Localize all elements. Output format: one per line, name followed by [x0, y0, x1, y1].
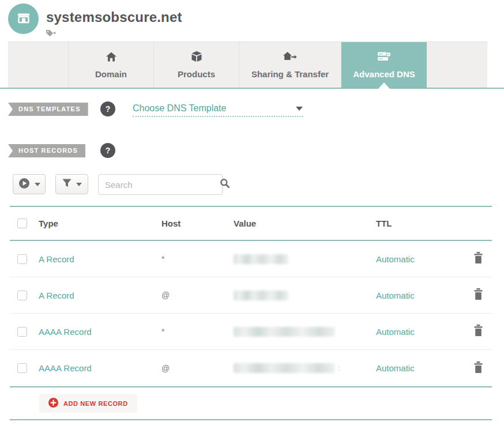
record-host[interactable]: * [161, 327, 234, 336]
tabbar-underline [0, 88, 504, 89]
page: systemsobscure.net Domain [0, 0, 504, 437]
record-value-redacted[interactable] [234, 327, 335, 337]
record-host[interactable]: @ [161, 364, 234, 373]
tab-advanced-dns[interactable]: Advanced DNS [341, 42, 427, 88]
tab-label: Sharing & Transfer [251, 69, 329, 79]
record-host[interactable]: @ [161, 291, 234, 300]
column-header-type: Type [39, 218, 161, 228]
page-title: systemsobscure.net [46, 9, 182, 25]
record-type[interactable]: A Record [39, 291, 161, 300]
record-host[interactable]: * [161, 254, 234, 263]
tab-products[interactable]: Products [154, 42, 239, 88]
table-row: A Record * Automatic [10, 241, 492, 277]
search-input[interactable] [105, 180, 220, 190]
tabbar-spacer-right [427, 42, 487, 88]
delete-record-button[interactable] [465, 252, 492, 266]
dns-templates-help-icon[interactable]: ? [100, 101, 115, 116]
column-header-ttl: TTL [376, 218, 465, 228]
tab-domain[interactable]: Domain [69, 42, 154, 88]
table-row: AAAA Record @ : Automatic [10, 350, 492, 386]
box-icon [191, 51, 202, 64]
trash-icon [473, 288, 483, 302]
record-type[interactable]: AAAA Record [39, 327, 161, 337]
record-type[interactable]: A Record [39, 254, 161, 264]
record-value-redacted[interactable] [234, 291, 288, 300]
record-value-redacted[interactable] [234, 363, 335, 373]
table-footer: ADD NEW RECORD [10, 386, 492, 420]
row-checkbox[interactable] [17, 254, 27, 264]
tabbar: Domain Products Sharing & Transfer [8, 42, 487, 88]
dns-template-select-value: Choose DNS Template [133, 103, 226, 114]
avatar [8, 3, 39, 34]
delete-record-button[interactable] [465, 288, 492, 302]
filter-funnel-icon [62, 179, 72, 190]
tabbar-spacer-left [8, 42, 69, 88]
record-type[interactable]: AAAA Record [39, 363, 161, 373]
delete-record-button[interactable] [465, 361, 492, 375]
actions-dropdown-button[interactable] [13, 174, 46, 194]
dns-template-select[interactable]: Choose DNS Template [133, 101, 303, 117]
row-checkbox[interactable] [17, 363, 27, 373]
search-icon[interactable] [220, 178, 230, 191]
house-transfer-icon [283, 51, 298, 64]
record-ttl[interactable]: Automatic [376, 254, 465, 264]
filter-dropdown-button[interactable] [55, 174, 88, 194]
record-ttl[interactable]: Automatic [376, 327, 465, 337]
host-records-ribbon: HOST RECORDS [8, 144, 85, 157]
host-records-table: Type Host Value TTL A Record * Automatic [10, 206, 492, 420]
tab-label: Advanced DNS [353, 69, 415, 79]
dns-templates-ribbon: DNS TEMPLATES [8, 103, 88, 116]
table-row: AAAA Record * Automatic [10, 314, 492, 350]
host-records-help-icon[interactable]: ? [100, 143, 115, 158]
column-header-host: Host [161, 218, 234, 228]
home-icon [106, 51, 117, 64]
chevron-down-icon [296, 107, 303, 111]
add-tag-icon[interactable] [46, 29, 56, 40]
row-checkbox[interactable] [17, 327, 27, 337]
dns-server-icon [377, 51, 392, 64]
search-box [98, 174, 223, 195]
add-new-record-button[interactable]: ADD NEW RECORD [39, 394, 137, 413]
trash-icon [473, 361, 483, 375]
tab-sharing-transfer[interactable]: Sharing & Transfer [239, 42, 341, 88]
trash-icon [473, 325, 483, 338]
tab-label: Domain [95, 69, 127, 79]
play-circle-icon [18, 178, 30, 191]
table-row: A Record @ Automatic [10, 277, 492, 314]
chevron-down-icon [76, 183, 82, 186]
add-new-record-label: ADD NEW RECORD [63, 400, 128, 407]
trash-icon [473, 252, 483, 266]
chevron-down-icon [35, 183, 40, 186]
column-header-value: Value [234, 218, 376, 228]
select-all-checkbox[interactable] [17, 218, 27, 228]
record-value-suffix: : [338, 364, 340, 372]
tab-label: Products [178, 69, 215, 79]
storefront-icon [15, 9, 32, 29]
table-header-row: Type Host Value TTL [10, 206, 492, 241]
record-value-redacted[interactable] [234, 254, 288, 264]
record-ttl[interactable]: Automatic [376, 363, 465, 373]
delete-record-button[interactable] [465, 325, 492, 338]
row-checkbox[interactable] [17, 291, 27, 300]
plus-circle-icon [48, 398, 58, 409]
record-ttl[interactable]: Automatic [376, 291, 465, 300]
